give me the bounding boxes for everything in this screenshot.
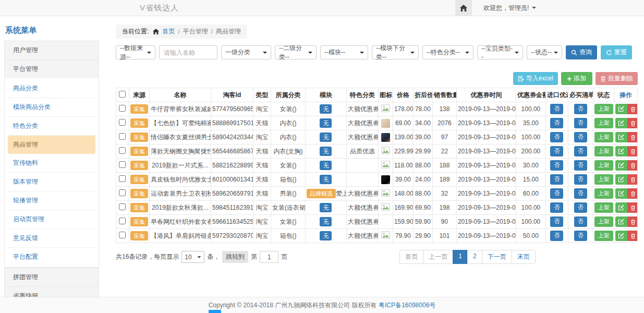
sidebar-subitem-4[interactable]: 特色分类 xyxy=(8,117,95,136)
filter-select-item-type[interactable]: --宝贝类型-- xyxy=(477,45,523,59)
must-buy-cell[interactable]: 否 xyxy=(568,201,593,215)
filter-select-module-sub-category[interactable]: --模块下分类-- xyxy=(372,45,419,59)
delete-button[interactable] xyxy=(627,174,638,185)
row-checkbox[interactable] xyxy=(119,119,126,126)
filter-select-level1-category[interactable]: 一级分类 xyxy=(221,45,271,59)
batch-delete-button[interactable]: 批量删除 xyxy=(596,72,638,85)
page-button-1[interactable]: 1 xyxy=(453,250,468,264)
must-buy-cell[interactable]: 否 xyxy=(568,173,593,187)
edit-button[interactable] xyxy=(615,160,627,171)
edit-button[interactable] xyxy=(615,202,627,213)
delete-button[interactable] xyxy=(627,231,638,241)
sidebar-subitem-2[interactable]: 商品分类 xyxy=(8,79,95,98)
edit-button[interactable] xyxy=(615,188,627,199)
sidebar-subitem-7[interactable]: 版本管理 xyxy=(8,173,95,191)
filter-input-name[interactable] xyxy=(159,45,217,59)
filter-select-feature-category[interactable]: --特色分类-- xyxy=(422,45,473,59)
delete-button[interactable] xyxy=(627,132,638,142)
import-select-cell[interactable]: 否 xyxy=(545,145,568,159)
sidebar-subitem-10[interactable]: 意见反馈 xyxy=(8,229,95,248)
delete-button[interactable] xyxy=(627,146,638,156)
import-select-cell[interactable]: 否 xyxy=(545,215,568,229)
row-checkbox[interactable] xyxy=(119,218,126,224)
delete-button[interactable] xyxy=(627,188,638,199)
edit-button[interactable] xyxy=(615,146,627,156)
edit-button[interactable] xyxy=(615,132,627,142)
must-buy-cell[interactable]: 否 xyxy=(568,187,593,201)
breadcrumb-home-link[interactable]: 首页 xyxy=(162,27,175,36)
row-checkbox[interactable] xyxy=(119,133,126,140)
filter-select-status[interactable]: --状态-- xyxy=(527,45,562,59)
page-button-末页[interactable]: 末页 xyxy=(512,250,536,264)
page-button-上一页[interactable]: 上一页 xyxy=(423,250,453,264)
delete-button[interactable] xyxy=(627,216,638,227)
add-button[interactable]: + 添加 xyxy=(561,72,592,85)
home-button[interactable] xyxy=(455,0,472,16)
import-select-cell[interactable]: 否 xyxy=(545,187,568,201)
must-buy-cell[interactable]: 否 xyxy=(568,159,593,173)
page-button-首页[interactable]: 首页 xyxy=(399,250,423,264)
edit-button[interactable] xyxy=(615,216,627,227)
sidebar-item-12[interactable]: 拼团管理 xyxy=(4,268,99,286)
per-page-select[interactable]: 10 xyxy=(181,251,204,263)
jump-page-input[interactable] xyxy=(260,251,278,263)
delete-button[interactable] xyxy=(627,160,638,171)
icp-link[interactable]: 粤ICP备16098006号 xyxy=(379,301,435,310)
sidebar-subitem-9[interactable]: 启动页管理 xyxy=(8,210,95,229)
sidebar-item-1[interactable]: 平台管理 xyxy=(4,59,99,78)
must-buy-cell[interactable]: 否 xyxy=(568,145,593,159)
edit-button[interactable] xyxy=(615,118,627,128)
page-button-2[interactable]: 2 xyxy=(467,250,482,264)
delete-button[interactable] xyxy=(627,202,638,213)
status-cell[interactable]: 上架 xyxy=(593,215,614,229)
page-button-下一页[interactable]: 下一页 xyxy=(482,250,512,264)
user-menu[interactable]: 欢迎您，管理员! xyxy=(472,4,644,13)
status-cell[interactable]: 上架 xyxy=(593,116,614,130)
import-select-cell[interactable]: 否 xyxy=(545,102,568,116)
search-button[interactable]: 查询 xyxy=(566,45,597,59)
status-cell[interactable]: 上架 xyxy=(593,229,614,243)
import-select-cell[interactable]: 否 xyxy=(545,201,568,215)
sidebar-subitem-11[interactable]: 平台配置 xyxy=(8,248,95,266)
import-select-cell[interactable]: 否 xyxy=(545,173,568,187)
status-cell[interactable]: 上架 xyxy=(593,159,614,173)
row-checkbox[interactable] xyxy=(119,203,126,210)
must-buy-cell[interactable]: 否 xyxy=(568,116,593,130)
edit-button[interactable] xyxy=(615,174,627,185)
reset-button[interactable]: 重置 xyxy=(601,45,632,59)
delete-button[interactable] xyxy=(627,104,638,114)
sidebar-item-0[interactable]: 用户管理 xyxy=(4,41,99,59)
must-buy-cell[interactable]: 否 xyxy=(568,130,593,145)
must-buy-cell[interactable]: 否 xyxy=(568,215,593,229)
import-select-cell[interactable]: 否 xyxy=(545,116,568,130)
import-select-cell[interactable]: 否 xyxy=(545,229,568,243)
status-cell[interactable]: 上架 xyxy=(593,102,614,116)
row-checkbox[interactable] xyxy=(119,105,126,112)
import-select-cell[interactable]: 否 xyxy=(545,130,568,145)
status-cell[interactable]: 上架 xyxy=(593,145,614,159)
select-all-checkbox[interactable] xyxy=(119,91,126,98)
import-select-cell[interactable]: 否 xyxy=(545,159,568,173)
must-buy-cell[interactable]: 否 xyxy=(568,229,593,243)
row-checkbox[interactable] xyxy=(119,147,126,154)
status-cell[interactable]: 上架 xyxy=(593,173,614,187)
row-checkbox[interactable] xyxy=(119,189,126,196)
row-checkbox[interactable] xyxy=(119,232,126,238)
status-cell[interactable]: 上架 xyxy=(593,130,614,145)
row-checkbox[interactable] xyxy=(119,161,126,168)
jump-button[interactable]: 跳转到 xyxy=(222,251,248,263)
sidebar-subitem-3[interactable]: 模块商品分类 xyxy=(8,98,95,117)
status-cell[interactable]: 上架 xyxy=(593,187,614,201)
status-cell[interactable]: 上架 xyxy=(593,201,614,215)
row-checkbox[interactable] xyxy=(119,175,126,182)
sidebar-subitem-8[interactable]: 轮播管理 xyxy=(8,191,95,210)
delete-button[interactable] xyxy=(627,118,638,128)
edit-button[interactable] xyxy=(615,104,627,114)
filter-select-module[interactable]: --模块-- xyxy=(320,45,368,59)
must-buy-cell[interactable]: 否 xyxy=(568,102,593,116)
edit-button[interactable] xyxy=(615,231,627,241)
import-excel-button[interactable]: 导入excel xyxy=(513,72,558,85)
sidebar-subitem-5[interactable]: 商品管理 xyxy=(8,136,95,154)
sidebar-subitem-6[interactable]: 宣传物料 xyxy=(8,154,95,173)
filter-select-data-source[interactable]: --数据来源-- xyxy=(116,45,155,59)
